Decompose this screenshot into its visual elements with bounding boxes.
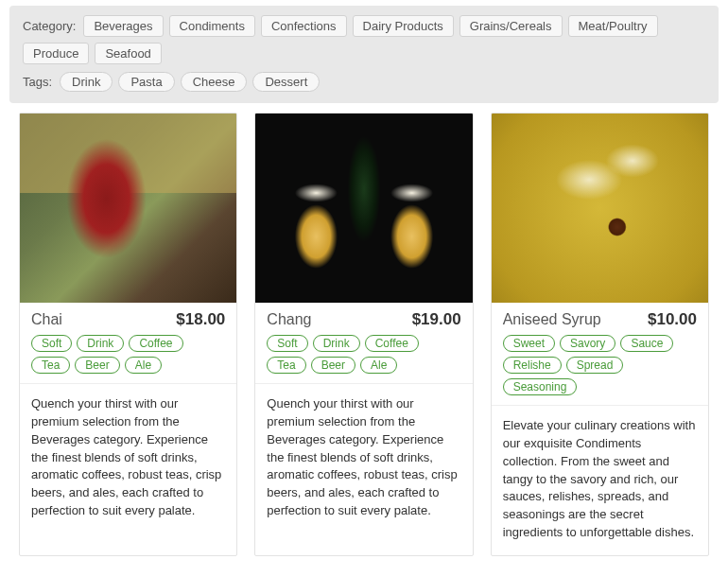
- product-title: Chai: [31, 311, 62, 328]
- product-tag[interactable]: Ale: [360, 357, 397, 374]
- product-header: Chang$19.00: [255, 303, 472, 335]
- tag-chip[interactable]: Drink: [60, 72, 113, 92]
- category-chip[interactable]: Beverages: [83, 15, 163, 37]
- tags-filter-row: Tags: DrinkPastaCheeseDessert: [23, 72, 705, 92]
- tag-chip[interactable]: Dessert: [252, 72, 320, 92]
- category-chip[interactable]: Grains/Cereals: [459, 15, 563, 37]
- product-tag[interactable]: Savory: [560, 335, 615, 352]
- product-tags: SweetSavorySauceRelisheSpreadSeasoning: [492, 335, 708, 405]
- product-header: Aniseed Syrup$10.00: [492, 303, 708, 335]
- product-description: Quench your thirst with our premium sele…: [20, 384, 236, 533]
- product-tag[interactable]: Drink: [313, 335, 360, 352]
- product-description: Elevate your culinary creations with our…: [492, 406, 708, 555]
- product-cards: Chai$18.00SoftDrinkCoffeeTeaBeerAleQuenc…: [0, 113, 728, 556]
- product-tag[interactable]: Spread: [566, 357, 624, 374]
- product-tag[interactable]: Soft: [267, 335, 307, 352]
- product-header: Chai$18.00: [20, 303, 236, 335]
- filter-bar: Category: BeveragesCondimentsConfections…: [9, 6, 719, 103]
- product-title: Aniseed Syrup: [503, 311, 601, 328]
- product-tag[interactable]: Soft: [31, 335, 72, 352]
- tags-label: Tags:: [23, 75, 52, 89]
- product-price: $18.00: [176, 310, 225, 329]
- product-tag[interactable]: Sauce: [620, 335, 673, 352]
- product-tag[interactable]: Seasoning: [503, 378, 578, 395]
- tag-chip[interactable]: Pasta: [118, 72, 174, 92]
- tag-chip[interactable]: Cheese: [181, 72, 248, 92]
- category-filter-row: Category: BeveragesCondimentsConfections…: [23, 15, 705, 64]
- category-chip[interactable]: Condiments: [169, 15, 255, 37]
- product-tag[interactable]: Coffee: [365, 335, 419, 352]
- product-title: Chang: [267, 311, 311, 328]
- product-tag[interactable]: Drink: [77, 335, 124, 352]
- product-image-aniseed: [492, 114, 708, 303]
- product-tags: SoftDrinkCoffeeTeaBeerAle: [255, 335, 472, 383]
- category-chip[interactable]: Produce: [23, 43, 89, 64]
- product-tag[interactable]: Beer: [311, 357, 355, 374]
- product-card[interactable]: Chang$19.00SoftDrinkCoffeeTeaBeerAleQuen…: [254, 113, 473, 556]
- product-tag[interactable]: Ale: [125, 357, 162, 374]
- category-label: Category:: [23, 19, 76, 33]
- product-tag[interactable]: Beer: [75, 357, 119, 374]
- category-chip[interactable]: Dairy Products: [353, 15, 454, 37]
- product-tag[interactable]: Tea: [31, 357, 70, 374]
- product-card[interactable]: Chai$18.00SoftDrinkCoffeeTeaBeerAleQuenc…: [19, 113, 237, 556]
- product-price: $19.00: [412, 310, 461, 329]
- product-tag[interactable]: Coffee: [129, 335, 182, 352]
- product-card[interactable]: Aniseed Syrup$10.00SweetSavorySauceRelis…: [491, 113, 709, 556]
- product-tag[interactable]: Tea: [267, 357, 305, 374]
- product-tag[interactable]: Relishe: [503, 357, 562, 374]
- product-image-chai: [20, 114, 236, 303]
- category-chip[interactable]: Confections: [261, 15, 347, 37]
- product-image-chang: [255, 114, 472, 303]
- product-tags: SoftDrinkCoffeeTeaBeerAle: [20, 335, 236, 383]
- category-chip[interactable]: Seafood: [95, 43, 161, 64]
- product-description: Quench your thirst with our premium sele…: [255, 384, 472, 533]
- product-tag[interactable]: Sweet: [503, 335, 555, 352]
- category-chip[interactable]: Meat/Poultry: [568, 15, 658, 37]
- product-price: $10.00: [648, 310, 697, 329]
